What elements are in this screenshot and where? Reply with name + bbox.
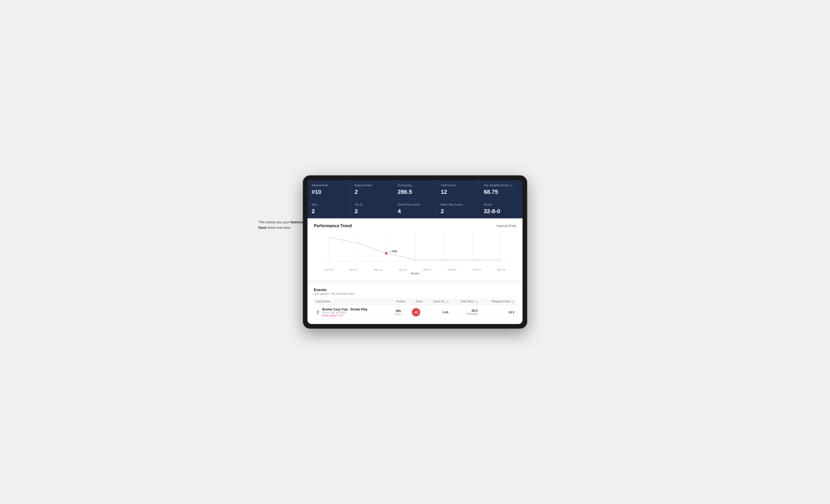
chart-svg: • #10 bbox=[314, 232, 516, 266]
event-weighted-points: 28.3 bbox=[480, 305, 516, 320]
table-row: 🏌 Buster Cozy Cup - Stroke Play Oct 9 - … bbox=[314, 305, 516, 320]
annotation-text: This shows you your National Rank trend … bbox=[258, 220, 306, 231]
event-name: Buster Cozy Cup - Stroke Play bbox=[322, 308, 368, 311]
x-label-oct23: OCT 23 bbox=[316, 268, 341, 271]
events-table: Event Name Position Score Event SG i Tot… bbox=[314, 298, 516, 320]
perf-header: Performance Trend National Rank bbox=[314, 224, 516, 228]
event-date: Oct 9 - Oct 10, 2023 bbox=[322, 311, 368, 314]
stat-national-rank: National Rank #10 bbox=[308, 180, 351, 199]
performance-section: Performance Trend National Rank bbox=[308, 219, 522, 280]
stat-top3s: Top 3s 2 bbox=[351, 199, 393, 219]
event-position: 6th out of 7 bbox=[389, 305, 408, 320]
x-label-may24: MAY 24 bbox=[489, 268, 514, 271]
tablet-frame: National Rank #10 Regional Rank 2 Scorin… bbox=[303, 175, 527, 329]
event-name-cell: 🏌 Buster Cozy Cup - Stroke Play Oct 9 - … bbox=[314, 305, 389, 320]
stat-total-rounds: Total Rounds 12 bbox=[437, 180, 479, 199]
chart-datapoint-label: • #10 bbox=[390, 250, 397, 253]
annotation: This shows you your National Rank trend … bbox=[258, 220, 306, 231]
stat-record: Record 32-8-0 bbox=[479, 199, 522, 219]
chart-x-labels: OCT 23 NOV 23 DEC 23 JAN 24 FEB 24 MAR 2… bbox=[314, 268, 516, 271]
x-label-apr24: APR 24 bbox=[464, 268, 489, 271]
golf-icon: 🏌 bbox=[316, 310, 320, 314]
th-score: Score bbox=[408, 298, 424, 305]
table-header-row: Event Name Position Score Event SG i Tot… bbox=[314, 298, 516, 305]
stat-stroke-play: Stroke Play Events 4 bbox=[393, 199, 437, 219]
th-position: Position bbox=[389, 298, 408, 305]
perf-rank-label: National Rank bbox=[497, 224, 516, 228]
score-badge: -22 bbox=[412, 308, 420, 316]
events-title: Events bbox=[314, 288, 516, 292]
info-icon-weighted: i bbox=[512, 301, 514, 303]
x-label-feb24: FEB 24 bbox=[415, 268, 440, 271]
stat-avg-weighted: Avg. Weighted Points i 68.75 bbox=[479, 180, 522, 199]
x-label-jan24: JAN 24 bbox=[390, 268, 415, 271]
x-label-mar24: MAR 24 bbox=[440, 268, 465, 271]
stat-match-play: Match Play Events 2 bbox=[437, 199, 479, 219]
events-section: Events Last updated: 24th November 2023 … bbox=[308, 283, 522, 324]
stats-row-1: National Rank #10 Regional Rank 2 Scorin… bbox=[308, 180, 522, 199]
th-weighted-points: Weighted Points i bbox=[480, 298, 516, 305]
chart-datapoint bbox=[385, 252, 388, 255]
tablet-screen: National Rank #10 Regional Rank 2 Scorin… bbox=[308, 180, 522, 324]
th-event-sg: Event SG i bbox=[424, 298, 450, 305]
stat-regional-rank: Regional Rank 2 bbox=[351, 180, 393, 199]
info-icon-sg: i bbox=[446, 301, 448, 303]
event-total-points: 28.3 3 Rounds bbox=[450, 305, 480, 320]
stat-scoring-avg: Scoring Avg. 286.5 bbox=[393, 180, 437, 199]
rank-impact[interactable]: Rank Impact: 3 ▼ bbox=[322, 314, 368, 317]
event-score: -22 bbox=[408, 305, 424, 320]
info-icon-avg: i bbox=[510, 184, 512, 187]
th-total-points: Total Points i bbox=[450, 298, 480, 305]
th-event-name: Event Name bbox=[314, 298, 389, 305]
x-label-nov23: NOV 23 bbox=[341, 268, 366, 271]
x-axis-title: Months bbox=[314, 272, 516, 275]
perf-title: Performance Trend bbox=[314, 224, 352, 228]
event-sg: 0.45 bbox=[424, 305, 450, 320]
chart-container: • #10 bbox=[314, 232, 516, 266]
info-icon-total: i bbox=[475, 301, 478, 303]
stats-row-2: Wins 2 Top 3s 2 Stroke Play Events 4 Mat… bbox=[308, 199, 522, 219]
x-label-dec23: DEC 23 bbox=[366, 268, 390, 271]
screen-content: National Rank #10 Regional Rank 2 Scorin… bbox=[308, 180, 522, 324]
events-last-updated: Last updated: 24th November 2023 bbox=[314, 293, 516, 295]
stat-wins: Wins 2 bbox=[308, 199, 351, 219]
